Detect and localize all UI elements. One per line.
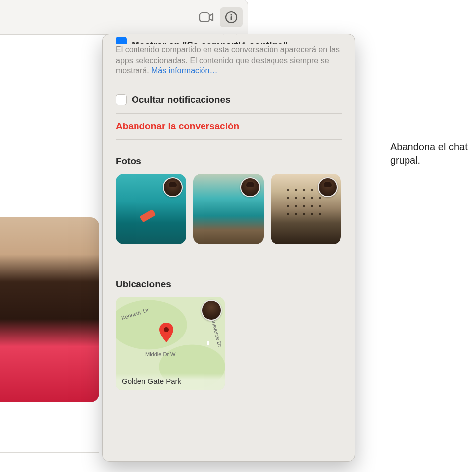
hide-notifications-label: Ocultar notificaciones [132,94,231,105]
svg-point-4 [164,327,169,332]
svg-rect-3 [231,16,232,20]
callout-leader-line [234,154,388,154]
svg-point-2 [230,14,232,15]
conversation-photo-preview [0,217,99,402]
shared-heading-label: Mostrar en "Se compartió contigo" [132,40,288,44]
map-pin-icon [159,323,173,342]
location-name-label: Golden Gate Park [116,373,225,390]
learn-more-link[interactable]: Más información… [151,67,217,75]
facetime-button[interactable] [195,7,218,27]
shared-checkbox-icon [116,37,127,44]
photos-grid [116,174,342,244]
callout-text: Abandona el chat grupal. [390,140,470,167]
hide-notifications-checkbox[interactable] [116,94,127,105]
conversation-toolbar [0,0,248,35]
details-popover: Mostrar en "Se compartió contigo" El con… [102,34,355,462]
video-icon [199,12,214,23]
shared-photo-thumb[interactable] [116,174,186,244]
avatar-icon [163,177,183,197]
conversation-background [0,35,99,382]
avatar-icon [201,300,222,321]
photos-section-title: Fotos [116,156,342,167]
svg-rect-0 [200,13,209,22]
map-road-label: Middle Dr W [145,351,176,357]
shared-with-you-row[interactable]: Mostrar en "Se compartió contigo" [116,37,342,44]
avatar-icon [318,177,338,197]
hide-notifications-row[interactable]: Ocultar notificaciones [116,90,342,114]
leave-conversation-row[interactable]: Abandonar la conversación [116,114,342,140]
shared-help-text: El contenido compartido en esta conversa… [116,44,342,90]
locations-section-title: Ubicaciones [116,279,342,290]
avatar-icon [240,177,260,197]
info-button[interactable] [220,7,243,27]
shared-photo-thumb[interactable] [193,174,264,244]
shared-location-thumb[interactable]: Kennedy Dr Middle Dr W Transverse Dr Gol… [116,297,225,390]
leave-conversation-label: Abandonar la conversación [116,121,239,131]
shared-photo-thumb[interactable] [271,174,341,244]
info-icon [225,11,238,24]
